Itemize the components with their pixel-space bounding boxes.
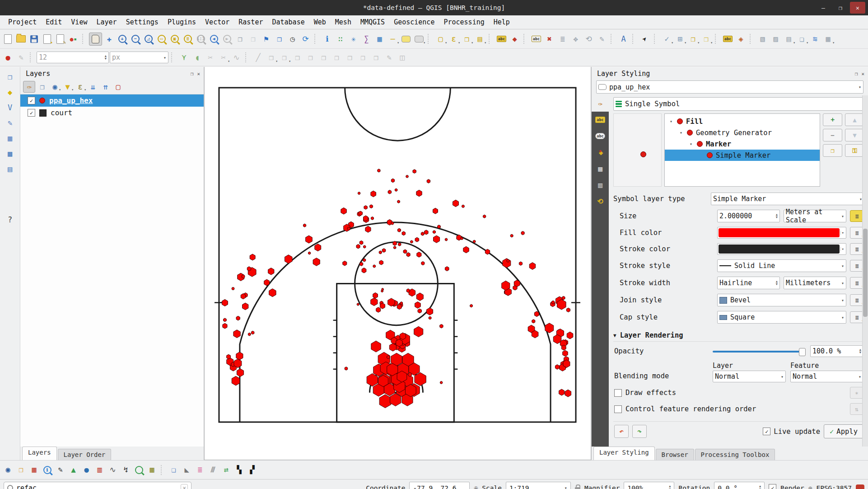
rotate-label-icon[interactable]: ⟲ <box>583 33 595 45</box>
copy-features-icon[interactable]: ✂▾ <box>217 52 229 64</box>
expander-icon[interactable]: ▾ <box>678 130 684 135</box>
add-record-a-icon[interactable]: ❐▾ <box>278 52 290 64</box>
menu-settings[interactable]: Settings <box>121 17 163 28</box>
multi-lines-icon[interactable]: ≣ <box>194 464 206 476</box>
opacity-slider[interactable] <box>713 346 806 356</box>
menu-layer[interactable]: Layer <box>92 17 121 28</box>
identify-plus-icon[interactable]: ℹ <box>41 464 53 476</box>
scrollbar-thumb[interactable] <box>863 229 868 316</box>
highlight-pinned-labels-icon[interactable]: ✖ <box>543 33 555 45</box>
symbol-layer-type-combo[interactable]: Simple Marker ▾ <box>711 193 864 205</box>
minimize-button[interactable]: – <box>816 2 831 14</box>
zoom-out-icon[interactable]: − <box>129 33 141 45</box>
symbol-node-simple-marker[interactable]: Simple Marker <box>665 150 820 161</box>
layer-visibility-checkbox[interactable]: ✓ <box>28 97 35 104</box>
show-bookmarks-icon[interactable]: ❒ <box>273 33 285 45</box>
chart-line-icon[interactable]: ∿ <box>107 464 119 476</box>
join-style-combo[interactable]: Bevel ▾ <box>717 294 846 306</box>
float-panel-icon[interactable]: ❐ <box>855 71 858 77</box>
manage-map-themes-icon[interactable]: ◉▾ <box>49 81 61 92</box>
symbology-tab-icon[interactable]: ✑ <box>592 95 609 112</box>
add-symbol-layer-button[interactable]: ＋ <box>823 113 842 126</box>
opacity-spinbox[interactable]: 100.0 % ▲▼ <box>810 345 863 357</box>
remove-symbol-layer-button[interactable]: − <box>823 129 842 141</box>
vertex-tool-icon[interactable]: ⋎ <box>178 52 190 64</box>
browser-panel-icon[interactable]: ❐ <box>3 71 17 83</box>
expander-icon[interactable]: ▾ <box>668 119 674 124</box>
stroke-width-spinbox[interactable]: Hairline ▲▼ <box>717 277 780 289</box>
toolbox-e-icon[interactable]: ≋ <box>809 33 821 45</box>
stroke-width-spin-arrows[interactable]: ▲▼ <box>774 280 778 286</box>
zoom-in-icon[interactable]: + <box>116 33 128 45</box>
temporal-controller-icon[interactable]: ◷ <box>286 33 299 45</box>
menu-view[interactable]: View <box>66 17 92 28</box>
lock-symbol-layer-button[interactable]: ⚿ <box>845 144 864 157</box>
close-panel-icon[interactable]: ✕ <box>861 71 864 77</box>
split-features-icon[interactable]: ◫ <box>396 52 408 64</box>
add-mesh-layer-icon[interactable]: ▤ <box>3 163 17 175</box>
python-search-icon[interactable] <box>133 464 145 476</box>
quick-map-services-icon[interactable]: ❐ <box>15 464 27 476</box>
collapse-all-icon[interactable]: ⇈ <box>100 81 111 92</box>
tab-layers[interactable]: Layers <box>22 447 57 460</box>
current-edits-icon[interactable]: ● <box>2 52 14 64</box>
move-label-icon[interactable]: ✥ <box>569 33 582 45</box>
draw-effects-checkbox[interactable] <box>614 389 622 397</box>
temporal-bars-icon[interactable]: ▥ <box>93 464 106 476</box>
new-text-annotation-icon[interactable]: A <box>617 33 630 45</box>
menu-project[interactable]: Project <box>4 17 41 28</box>
add-polygon-icon[interactable]: ❒▾ <box>265 52 277 64</box>
size-spin-arrows[interactable]: ▲▼ <box>774 213 778 219</box>
select-by-expression-icon[interactable]: ε▾ <box>448 33 460 45</box>
map-tips-icon[interactable] <box>400 33 412 45</box>
fill-color-button[interactable]: ▾ <box>717 227 846 239</box>
project-save-icon[interactable] <box>28 33 40 45</box>
feature-blend-combo[interactable]: Normal ▾ <box>790 371 863 382</box>
osm-place-search-icon[interactable]: ◉ <box>2 464 14 476</box>
cut-features-icon[interactable]: ✂ <box>204 52 216 64</box>
magnifier-spinbox[interactable]: 100%▲▼ <box>624 482 674 489</box>
lightning-analysis-icon[interactable]: ↯ <box>120 464 132 476</box>
move-down-button[interactable]: ▼ <box>845 129 864 141</box>
tab-processing-toolbox[interactable]: Processing Toolbox <box>695 449 775 460</box>
zoom-full-icon[interactable]: ▭ <box>155 33 168 45</box>
pan-to-selection-icon[interactable]: ✚ <box>103 33 115 45</box>
stroke-color-button[interactable]: ▾ <box>717 243 846 255</box>
transparency-tab-icon[interactable]: ▩ <box>592 160 609 177</box>
labeling-options-icon[interactable]: abc <box>530 33 542 45</box>
live-update-checkbox[interactable]: ✓ <box>763 428 770 435</box>
measure-line-icon[interactable]: ―▾ <box>387 33 399 45</box>
menu-geoscience[interactable]: Geoscience <box>389 17 439 28</box>
stroke-style-combo[interactable]: Solid Line ▾ <box>717 259 846 272</box>
open-layer-styling-icon[interactable]: ✑ <box>23 81 35 93</box>
pin-labels-icon[interactable]: ≣ <box>556 33 569 45</box>
open-attribute-table-icon[interactable]: ▦ <box>373 33 386 45</box>
digitize-line-icon[interactable]: ╱ <box>252 52 264 64</box>
move-feature-icon[interactable]: ❐ <box>304 52 317 64</box>
add-vector-layer-icon[interactable]: V <box>3 101 17 114</box>
render-checkbox[interactable]: ✓ <box>769 484 776 489</box>
close-panel-icon[interactable]: ✕ <box>197 71 200 77</box>
move-up-button[interactable]: ▲ <box>845 113 864 126</box>
menu-database[interactable]: Database <box>267 17 309 28</box>
help-contents-icon[interactable]: ? <box>3 213 17 226</box>
toolbox-f-icon[interactable]: ▦▾ <box>822 33 834 45</box>
pointer-tool-icon[interactable]: ➤ <box>639 33 651 45</box>
zoom-to-layer-icon[interactable]: ≡ <box>182 33 194 45</box>
locator-search-input[interactable]: refac ✕ <box>4 482 191 489</box>
paste-features-icon[interactable]: ∿ <box>230 52 243 64</box>
menu-processing[interactable]: Processing <box>439 17 489 28</box>
add-ring-icon[interactable]: ❐ <box>357 52 369 64</box>
extents-toggle-icon[interactable]: ✇ <box>474 484 478 489</box>
terrain-profile-icon[interactable]: ▲ <box>67 464 79 476</box>
select-by-value-icon[interactable]: ✳ <box>347 33 359 45</box>
new-3d-map-view-icon[interactable]: ❐ <box>247 33 259 45</box>
new-print-layout-icon[interactable]: ✦ <box>41 33 53 45</box>
toolbox-c-icon[interactable]: ▤▾ <box>783 33 795 45</box>
undo-button[interactable]: ↶ <box>614 425 629 438</box>
bw-checker-1-icon[interactable]: ▚ <box>233 464 245 476</box>
add-delimited-text-layer-icon[interactable]: ✎ <box>3 117 17 129</box>
mask-tab-icon[interactable]: abc <box>592 128 609 144</box>
project-new-icon[interactable] <box>2 33 14 45</box>
opacity-spin-arrows[interactable]: ▲▼ <box>857 348 861 354</box>
